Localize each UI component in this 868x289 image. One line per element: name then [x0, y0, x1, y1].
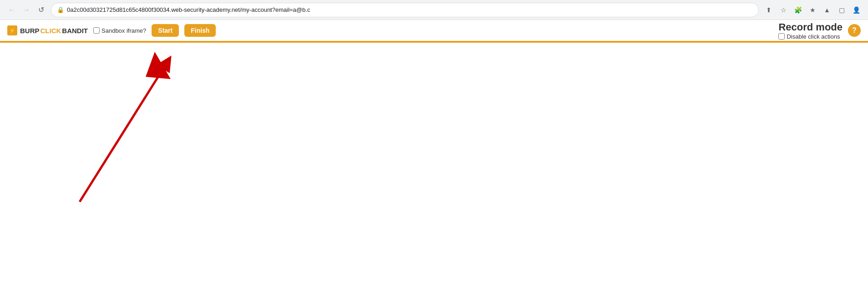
address-bar[interactable]: [67, 6, 753, 13]
sandbox-label-text: Sandbox iframe?: [102, 27, 146, 34]
start-button[interactable]: Start: [152, 24, 179, 37]
bookmark-button[interactable]: ☆: [777, 4, 790, 16]
sandbox-label: Sandbox iframe?: [93, 27, 146, 34]
nav-buttons: ← → ↺: [5, 4, 47, 16]
extension-button-3[interactable]: ▲: [821, 4, 833, 16]
burp-logo: ⚡ BURPCLICKBANDIT: [7, 25, 88, 35]
main-content: [0, 43, 868, 289]
help-button[interactable]: ?: [848, 24, 861, 37]
profile-button[interactable]: 👤: [850, 4, 863, 16]
share-button[interactable]: ⬆: [762, 4, 775, 16]
disable-click-label: Disable click actions: [778, 33, 840, 40]
arrow-overlay: [0, 43, 868, 289]
record-mode-title: Record mode: [778, 21, 843, 33]
extension-button-4[interactable]: ▢: [835, 4, 848, 16]
finish-button[interactable]: Finish: [184, 24, 216, 37]
burp-icon: ⚡: [7, 25, 17, 35]
disable-click-label-text: Disable click actions: [787, 33, 840, 40]
address-bar-container: 🔒: [51, 3, 759, 17]
lock-icon: 🔒: [57, 6, 64, 13]
extension-button-2[interactable]: ★: [806, 4, 819, 16]
disable-click-checkbox[interactable]: [778, 33, 785, 40]
svg-line-1: [80, 69, 163, 202]
burp-text-bandit: BANDIT: [62, 27, 88, 35]
forward-button[interactable]: →: [20, 4, 33, 16]
record-mode-section: Record mode Disable click actions ?: [778, 21, 861, 40]
sandbox-checkbox[interactable]: [93, 27, 100, 34]
browser-actions: ⬆ ☆ 🧩 ★ ▲ ▢ 👤: [762, 4, 863, 16]
burp-text-burp: BURP: [20, 27, 40, 35]
browser-chrome: ← → ↺ 🔒 ⬆ ☆ 🧩 ★ ▲ ▢ 👤: [0, 0, 868, 20]
extension-button-1[interactable]: 🧩: [792, 4, 804, 16]
reload-button[interactable]: ↺: [35, 4, 47, 16]
back-button[interactable]: ←: [5, 4, 18, 16]
record-mode-text-group: Record mode Disable click actions: [778, 21, 843, 40]
extension-bar: ⚡ BURPCLICKBANDIT Sandbox iframe? Start …: [0, 20, 868, 43]
svg-marker-2: [146, 52, 171, 79]
burp-text-click: CLICK: [41, 27, 61, 35]
